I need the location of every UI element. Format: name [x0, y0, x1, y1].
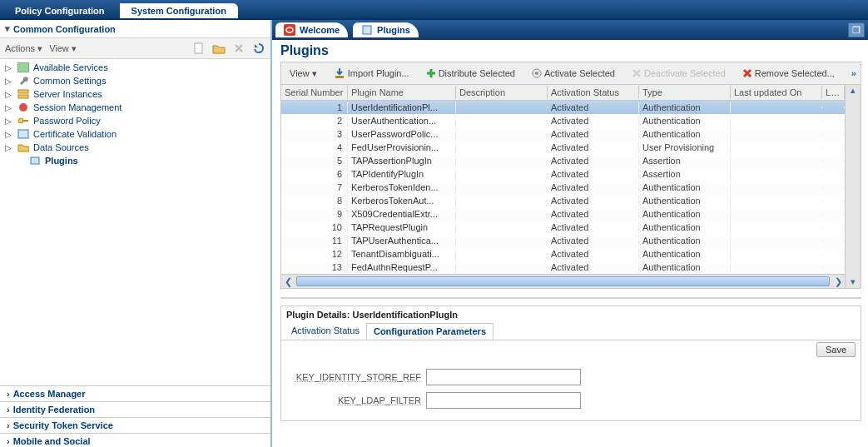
plugins-grid: View ▾ Import Plugin... Distribute Selec… [280, 62, 861, 289]
activate-selected-button[interactable]: Activate Selected [527, 67, 620, 80]
scroll-up-icon[interactable]: ▴ [851, 85, 856, 97]
identity-store-ref-input[interactable] [426, 369, 581, 385]
cell-lu2 [822, 147, 845, 148]
table-row[interactable]: 13FedAuthnRequestP...ActivatedAuthentica… [281, 261, 845, 274]
tree-available-services[interactable]: ▷Available Services [0, 61, 270, 74]
cell-desc [456, 213, 548, 215]
cell-lu2 [822, 120, 845, 122]
table-row[interactable]: 12TenantDisambiguati...ActivatedAuthenti… [281, 247, 845, 261]
tab-policy-configuration[interactable]: Policy Configuration [3, 3, 117, 18]
acc-identity-federation[interactable]: ›Identity Federation [0, 401, 270, 417]
col-activation-status[interactable]: Activation Status [548, 86, 639, 99]
splitter[interactable] [280, 297, 861, 305]
table-row[interactable]: 3UserPasswordPolic...ActivatedAuthentica… [281, 127, 845, 141]
horizontal-scrollbar[interactable]: ❮ ❯ [281, 274, 845, 288]
table-row[interactable]: 7KerberosTokenIden...ActivatedAuthentica… [281, 181, 845, 194]
server-icon [17, 88, 30, 100]
table-row[interactable]: 11TAPUserAuthentica...ActivatedAuthentic… [281, 234, 845, 247]
plugin-details-panel: Plugin Details: UserIdentificationPlugIn… [280, 305, 861, 421]
col-serial-number[interactable]: Serial Number [281, 86, 348, 99]
table-row[interactable]: 4FedUserProvisionin...ActivatedUser Prov… [281, 141, 845, 154]
save-button[interactable]: Save [816, 342, 856, 357]
svg-point-14 [535, 72, 538, 75]
tree-plugins[interactable]: Plugins [0, 154, 270, 167]
cell-sn: 12 [281, 248, 348, 260]
tree-session-management[interactable]: ▷Session Management [0, 101, 270, 114]
cell-desc [456, 186, 548, 188]
scroll-left-icon[interactable]: ❮ [281, 276, 295, 287]
ldap-filter-input[interactable] [426, 392, 581, 409]
cell-lu2 [822, 186, 845, 188]
remove-selected-button[interactable]: Remove Selected... [737, 67, 840, 80]
cell-act: Activated [548, 155, 639, 166]
cell-act: Activated [548, 235, 639, 246]
cell-lu1 [731, 107, 822, 108]
vertical-scrollbar[interactable]: ▴ ▾ [845, 85, 861, 288]
cell-desc [456, 120, 548, 122]
cell-name: FedAuthnRequestP... [348, 261, 456, 273]
grid-body: 1UserIdentificationPl...ActivatedAuthent… [281, 101, 845, 274]
import-plugin-button[interactable]: Import Plugin... [329, 66, 414, 81]
tab-welcome[interactable]: Welcome [275, 22, 348, 37]
svg-rect-7 [18, 130, 28, 138]
content-area: Welcome Plugins ❐ Plugins View ▾ Import … [272, 20, 868, 447]
cell-type: Authentication [639, 115, 731, 127]
cell-sn: 3 [281, 128, 348, 140]
plugin-icon [28, 155, 42, 166]
table-row[interactable]: 10TAPRequestPluginActivatedAuthenticatio… [281, 221, 845, 234]
table-row[interactable]: 2UserAuthentication...ActivatedAuthentic… [281, 114, 845, 127]
cell-desc [456, 226, 548, 228]
col-type[interactable]: Type [639, 86, 731, 99]
acc-security-token-service[interactable]: ›Security Token Service [0, 417, 270, 433]
acc-mobile-and-social[interactable]: ›Mobile and Social [0, 433, 270, 447]
col-plugin-name[interactable]: Plugin Name [348, 86, 456, 99]
cell-lu1 [731, 173, 822, 175]
tab-configuration-parameters[interactable]: Configuration Parameters [366, 323, 494, 340]
table-row[interactable]: 8KerberosTokenAut...ActivatedAuthenticat… [281, 194, 845, 207]
col-last-updated-on[interactable]: Last updated On [731, 86, 822, 99]
details-title: Plugin Details: UserIdentificationPlugIn [281, 306, 861, 323]
delete-icon[interactable] [231, 40, 247, 57]
tree-server-instances[interactable]: ▷Server Instances [0, 87, 270, 101]
svg-rect-9 [284, 24, 295, 36]
deactivate-selected-button[interactable]: Deactivate Selected [627, 67, 731, 80]
restore-window-icon[interactable]: ❐ [848, 22, 865, 37]
cell-sn: 5 [281, 155, 348, 166]
table-row[interactable]: 6TAPIdentifyPlugInActivatedAssertion [281, 167, 845, 181]
refresh-icon[interactable] [250, 40, 267, 57]
scroll-thumb[interactable] [296, 276, 830, 286]
cell-lu1 [731, 133, 822, 135]
tab-activation-status[interactable]: Activation Status [285, 323, 366, 340]
scroll-right-icon[interactable]: ❯ [831, 276, 845, 287]
grid-view-menu[interactable]: View ▾ [285, 67, 322, 81]
table-row[interactable]: 9X509CredentialExtr...ActivatedAuthentic… [281, 207, 845, 221]
cell-desc [456, 147, 548, 148]
table-row[interactable]: 1UserIdentificationPl...ActivatedAuthent… [281, 101, 845, 114]
scroll-down-icon[interactable]: ▾ [851, 276, 856, 288]
chevron-right-icon: › [7, 405, 10, 415]
tab-system-configuration[interactable]: System Configuration [120, 3, 238, 18]
plugin-icon [361, 24, 373, 36]
cell-lu1 [731, 147, 822, 148]
view-menu[interactable]: View ▾ [47, 43, 78, 54]
acc-access-manager[interactable]: ›Access Manager [0, 385, 270, 401]
actions-menu[interactable]: Actions ▾ [3, 43, 44, 54]
tree-certificate-validation[interactable]: ▷Certificate Validation [0, 127, 270, 141]
cell-lu1 [731, 226, 822, 228]
table-row[interactable]: 5TAPAssertionPlugInActivatedAssertion [281, 154, 845, 167]
svg-rect-0 [195, 43, 202, 53]
distribute-selected-button[interactable]: Distribute Selected [421, 67, 520, 80]
col-description[interactable]: Description [456, 86, 548, 99]
folder-open-icon[interactable] [211, 40, 227, 57]
tree-common-settings[interactable]: ▷Common Settings [0, 74, 270, 87]
new-icon[interactable] [191, 40, 207, 57]
cell-type: Authentication [639, 235, 731, 246]
svg-point-4 [19, 103, 27, 112]
tree-password-policy[interactable]: ▷Password Policy [0, 114, 270, 127]
more-actions-icon[interactable]: » [846, 67, 861, 80]
tree-data-sources[interactable]: ▷Data Sources [0, 141, 270, 154]
tab-plugins[interactable]: Plugins [353, 22, 419, 37]
col-last-updated[interactable]: Last updated [822, 86, 845, 99]
param-ldap-filter: KEY_LDAP_FILTER [288, 392, 854, 409]
sidebar-panel-title[interactable]: ▾ Common Configuration [0, 20, 270, 38]
